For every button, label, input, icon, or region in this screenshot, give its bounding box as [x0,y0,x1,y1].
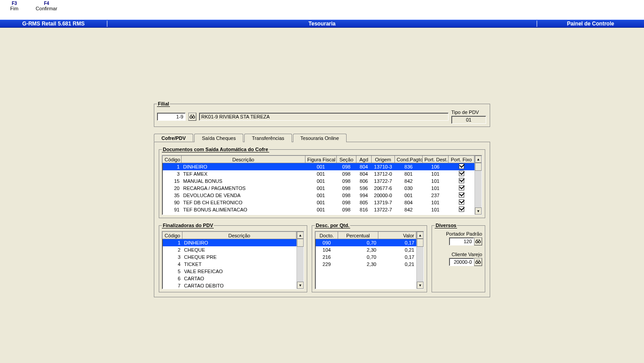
scroll-down-icon[interactable]: ▼ [417,282,424,289]
binoculars-icon [475,260,481,264]
checkbox-icon[interactable] [459,192,464,198]
final-group: Finalizadoras do PDV Código Descrição 1D [159,223,307,292]
table-row[interactable]: 0900,700,17 [316,239,416,246]
table-row[interactable]: 1042,300,21 [316,246,416,253]
f4-label: Confirmar [36,6,57,11]
filial-legend: Filial [157,101,170,107]
checkbox-icon[interactable] [459,207,464,212]
final-table[interactable]: Código Descrição 1DINHEIRO2CHEQUE3CHEQUE… [162,232,297,289]
svg-point-0 [190,116,192,118]
docs-table[interactable]: Código Descrição Figura Fiscal Seção Agd… [162,156,475,213]
table-row[interactable]: 90TEF DB CH ELETRONICO00109880513719-780… [163,199,475,206]
docs-col-desc[interactable]: Descrição [182,156,305,163]
tesouraria-dialog: Filial 1-9 RK01-9 RIVIERA STA TEREZA Tip… [154,101,490,297]
binoculars-icon [190,114,195,119]
f4-button[interactable]: F4 Confirmar [36,1,57,11]
table-row[interactable]: 4TICKET [163,261,297,268]
app-title: G-RMS Retail 5.681 RMS [0,21,107,27]
cliente-lookup-button[interactable] [474,258,482,266]
checkbox-icon[interactable] [459,199,464,205]
final-col-desc[interactable]: Descrição [182,232,297,239]
scroll-up-icon[interactable]: ▲ [417,232,424,239]
tab-control: Cofre/PDV Saída Cheques Transferências T… [154,133,490,297]
module-title: Tesouraria [107,21,537,27]
title-bar: G-RMS Retail 5.681 RMS Tesouraria Painel… [0,20,644,28]
table-row[interactable]: 1DINHEIRO [163,239,297,246]
final-scrollbar[interactable]: ▲ ▼ [297,232,304,289]
tipo-pdv-value: 01 [451,116,486,124]
diversos-legend: Diversos [435,223,457,228]
table-row[interactable]: 91TEF BONUS ALIMENTACAO00109881613722-78… [163,206,475,213]
cliente-varejo-input[interactable]: 20000-0 [449,258,474,266]
binoculars-icon [475,239,481,244]
toolbar: F3 Fim F4 Confirmar [0,0,644,20]
diversos-group: Diversos Portador Padrão 120 Clien [432,223,485,292]
checkbox-icon[interactable] [459,185,464,190]
filial-group: Filial 1-9 RK01-9 RIVIERA STA TEREZA Tip… [154,101,490,127]
table-row[interactable]: 2CHEQUE [163,246,297,253]
svg-point-4 [476,262,478,264]
table-row[interactable]: 3TEF AMEX00109880413712-0801101 [163,170,475,177]
svg-point-3 [479,241,481,243]
scroll-down-icon[interactable]: ▼ [297,282,304,289]
svg-point-1 [193,116,195,118]
table-row[interactable]: 6CARTAO [163,275,297,282]
checkbox-icon[interactable] [459,178,464,183]
final-col-codigo[interactable]: Código [163,232,182,239]
desc-scrollbar[interactable]: ▲ ▼ [416,232,424,289]
docs-col-portdest[interactable]: Port. Dest. [423,156,449,163]
docs-col-cond[interactable]: Cond.Pagto [395,156,423,163]
table-row[interactable]: 7CARTAO DEBITO [163,282,297,289]
final-legend: Finalizadoras do PDV [162,223,214,228]
portador-lookup-button[interactable] [474,237,482,245]
portador-padrao-label: Portador Padrão [446,231,482,236]
table-row[interactable]: 20RECARGA / PAGAMENTOS00109859620677-603… [163,185,475,192]
desc-group: Desc. por Qtd. Docto. Percentual Valor [312,223,427,292]
checkbox-icon[interactable] [459,171,464,176]
scroll-down-icon[interactable]: ▼ [475,207,482,215]
panel-title: Painel de Controle [537,21,644,27]
tab-cofre-pdv[interactable]: Cofre/PDV [154,134,193,142]
filial-code-input[interactable]: 1-9 [157,113,186,121]
docs-col-secao[interactable]: Seção [337,156,356,163]
svg-point-5 [479,262,481,264]
docs-col-agd[interactable]: Agd [356,156,372,163]
table-row[interactable]: 2292,300,21 [316,261,416,268]
desc-legend: Desc. por Qtd. [315,223,350,228]
filial-name-display: RK01-9 RIVIERA STA TEREZA [199,113,449,121]
desc-col-docto[interactable]: Docto. [316,232,338,239]
table-row[interactable]: 2160,700,17 [316,253,416,261]
table-row[interactable]: 15MANUAL BONUS00109880613722-7842101 [163,177,475,185]
tab-transferencias[interactable]: Transferências [244,134,292,142]
docs-col-figura[interactable]: Figura Fiscal [305,156,337,163]
table-row[interactable]: 5VALE REFEICAO [163,268,297,275]
f3-label: Fim [10,6,18,11]
table-row[interactable]: 3CHEQUE PRE [163,253,297,261]
tab-saida-cheques[interactable]: Saída Cheques [194,134,243,142]
portador-padrao-input[interactable]: 120 [449,237,474,245]
tipo-pdv-label: Tipo de PDV [451,110,487,115]
desc-col-valor[interactable]: Valor [378,232,416,239]
checkbox-icon[interactable] [459,164,464,169]
tab-tesouraria-online[interactable]: Tesouraria Online [293,134,347,142]
docs-col-origem[interactable]: Origem [372,156,395,163]
docs-col-portfixo[interactable]: Port. Fixo [449,156,475,163]
table-row[interactable]: 1DINHEIRO00109880413710-3836106 [163,163,475,170]
docs-col-codigo[interactable]: Código [163,156,182,163]
docs-scrollbar[interactable]: ▲ ▼ [475,156,482,215]
table-row[interactable]: 35DEVOLUCAO DE VENDA00109899420000-00012… [163,192,475,199]
svg-point-2 [476,241,478,243]
scroll-up-icon[interactable]: ▲ [297,232,304,239]
f3-button[interactable]: F3 Fim [4,1,25,11]
docs-group: Documentos com Saída Automática do Cofre… [159,147,485,218]
cliente-varejo-label: Cliente Varejo [452,252,482,257]
filial-lookup-button[interactable] [188,113,196,121]
desc-col-perc[interactable]: Percentual [338,232,378,239]
scroll-up-icon[interactable]: ▲ [475,156,482,163]
docs-legend: Documentos com Saída Automática do Cofre [162,147,269,152]
desc-table[interactable]: Docto. Percentual Valor 0900,700,171042,… [315,232,416,268]
f4-key: F4 [44,1,49,6]
f3-key: F3 [12,1,17,6]
